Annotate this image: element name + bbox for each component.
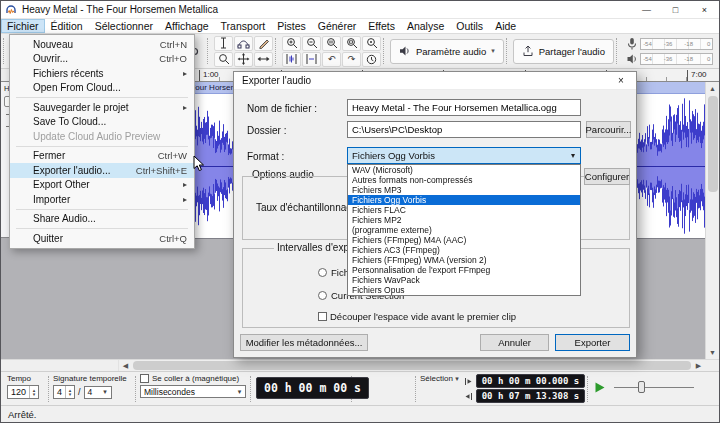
edit-metadata-button[interactable]: Modifier les métadonnées...	[240, 334, 368, 351]
filename-input[interactable]	[347, 99, 581, 116]
menu-effets[interactable]: Effets	[362, 19, 401, 33]
scroll-down-icon[interactable]: ▼	[706, 346, 719, 359]
format-combobox[interactable]: Fichiers Ogg Vorbis ▾	[347, 147, 581, 164]
spin-down-icon[interactable]: ▾	[69, 392, 72, 397]
timesig-lower-combo[interactable]: 4 ▾	[84, 386, 112, 399]
menu-item-fermer[interactable]: FermerCtrl+W	[10, 149, 194, 164]
format-option[interactable]: Fichiers MP2	[348, 215, 580, 225]
menu-item-fichiers-recents[interactable]: Fichiers récents▸	[10, 66, 194, 81]
radio-icon[interactable]	[318, 291, 327, 300]
multi-tool-button[interactable]	[234, 52, 253, 67]
menu-item-exporter-audio[interactable]: Exporter l'audio...Ctrl+Shift+E	[10, 163, 194, 178]
format-option[interactable]: WAV (Microsoft)	[348, 165, 580, 175]
toolbar-grip[interactable]	[207, 38, 212, 64]
timesig-upper-value[interactable]: 4	[54, 387, 65, 397]
vertical-scrollbar[interactable]: ▲ ▼	[705, 82, 719, 359]
timesig-upper-spinner[interactable]: 4 ▴ ▾	[53, 385, 75, 399]
menu-item-importer[interactable]: Importer▸	[10, 192, 194, 207]
selection-end-display[interactable]: 00 h 07 m 13.308 s	[476, 389, 586, 403]
horizontal-scroll-track[interactable]	[132, 360, 692, 371]
format-option[interactable]: Fichiers Ogg Vorbis	[348, 195, 580, 205]
playback-meter[interactable]: -54 -36 -18 0	[627, 52, 713, 65]
format-option[interactable]: Personnalisation de l'export FFmpeg	[348, 265, 580, 275]
zoom-tool-button[interactable]	[214, 52, 233, 67]
horizontal-scrollbar[interactable]: ◀ ▶	[1, 359, 719, 371]
toolbar-grip[interactable]	[506, 38, 511, 64]
snap-mode-combo[interactable]: Millisecondes ▾	[140, 385, 246, 398]
format-option[interactable]: Fichiers AC3 (FFmpeg)	[348, 245, 580, 255]
toolbar-grip[interactable]	[587, 376, 588, 402]
menu-item-share-audio[interactable]: Share Audio...	[10, 212, 194, 227]
scroll-left-icon[interactable]: ◀	[119, 360, 132, 371]
menu-item-nouveau[interactable]: NouveauCtrl+N	[10, 37, 194, 52]
folder-input[interactable]	[347, 121, 581, 138]
menu-item-sauvegarder-le-projet[interactable]: Sauvegarder le projet▸	[10, 100, 194, 115]
maximize-icon[interactable]: □	[661, 1, 690, 18]
undo-button[interactable]: ↶	[322, 52, 341, 67]
trim-blank-space-checkbox-row[interactable]: Découper l'espace vide avant le premier …	[318, 311, 516, 322]
play-speed-slider[interactable]	[612, 380, 696, 394]
menu-item-quitter[interactable]: QuitterCtrl+Q	[10, 231, 194, 246]
zoom-selection-button[interactable]	[322, 36, 341, 51]
menu-aide[interactable]: Aide	[489, 19, 522, 33]
toolbar-grip[interactable]	[135, 376, 136, 402]
dialog-close-icon[interactable]: ×	[606, 72, 636, 89]
menu-item-ouvrir[interactable]: Ouvrir...Ctrl+O	[10, 52, 194, 67]
play-at-speed-icon[interactable]	[593, 381, 606, 394]
share-audio-button[interactable]: Partager l'audio	[513, 39, 614, 64]
menu-item-export-other[interactable]: Export Other▸	[10, 178, 194, 193]
zoom-fit-button[interactable]	[342, 36, 361, 51]
selection-start-display[interactable]: 00 h 00 m 00.000 s	[476, 374, 586, 388]
configure-button[interactable]: Configurer	[584, 168, 630, 185]
spin-down-icon[interactable]: ▾	[33, 392, 36, 397]
slider-thumb[interactable]	[638, 381, 645, 393]
format-option[interactable]: Autres formats non-compressés	[348, 175, 580, 185]
checkbox-icon[interactable]	[318, 312, 327, 321]
format-option[interactable]: Fichiers MP3	[348, 185, 580, 195]
recording-meter-strip[interactable]: -54 -36 -18 0	[640, 38, 713, 50]
format-option[interactable]: Fichiers (FFmpeg) M4A (AAC)	[348, 235, 580, 245]
sync-lock-button[interactable]	[362, 52, 381, 67]
timeshift-tool-button[interactable]	[254, 52, 273, 67]
close-icon[interactable]: ×	[690, 1, 719, 18]
menu-outils[interactable]: Outils	[450, 19, 489, 33]
trim-audio-button[interactable]	[282, 52, 301, 67]
format-option[interactable]: Fichiers WavPack	[348, 275, 580, 285]
scroll-right-icon[interactable]: ▶	[692, 360, 705, 371]
menu-edition[interactable]: Édition	[45, 19, 89, 33]
menu-generer[interactable]: Générer	[312, 19, 363, 33]
toolbar-grip[interactable]	[48, 376, 49, 402]
menu-transport[interactable]: Transport	[215, 19, 272, 33]
audio-setup-button[interactable]: Paramètre audio ▾	[390, 39, 504, 64]
zoom-toggle-button[interactable]	[362, 36, 381, 51]
spinner-arrows[interactable]: ▴ ▾	[29, 386, 38, 398]
vertical-scroll-thumb[interactable]	[708, 96, 718, 192]
export-button[interactable]: Exporter	[555, 334, 630, 351]
menu-item-open-from-cloud[interactable]: Open From Cloud...	[10, 81, 194, 96]
tempo-spinner[interactable]: 120 ▴ ▾	[7, 385, 39, 399]
spinner-arrows[interactable]: ▴ ▾	[65, 386, 74, 398]
redo-button[interactable]: ↷	[342, 52, 361, 67]
toolbar-grip[interactable]	[3, 38, 8, 64]
radio-icon[interactable]	[318, 268, 327, 277]
chevron-down-icon[interactable]: ▾	[455, 375, 459, 382]
playback-meter-strip[interactable]: -54 -36 -18 0	[640, 53, 713, 65]
menu-selectionner[interactable]: Sélectionner	[89, 19, 159, 33]
menu-item-save-to-cloud[interactable]: Save To Cloud...	[10, 115, 194, 130]
format-option[interactable]: (programme externe)	[348, 225, 580, 235]
envelope-tool-button[interactable]	[234, 36, 253, 51]
toolbar-grip[interactable]	[415, 376, 416, 402]
menu-analyse[interactable]: Analyse	[401, 19, 450, 33]
menu-fichier[interactable]: Fichier	[1, 19, 45, 33]
zoom-out-button[interactable]	[302, 36, 321, 51]
horizontal-scroll-thumb[interactable]	[133, 361, 691, 370]
cancel-button[interactable]: Annuler	[480, 334, 549, 351]
menu-pistes[interactable]: Pistes	[271, 19, 312, 33]
toolbar-grip[interactable]	[275, 38, 280, 64]
format-option[interactable]: Fichiers FLAC	[348, 205, 580, 215]
toolbar-grip[interactable]	[383, 38, 388, 64]
toolbar-grip[interactable]	[250, 376, 251, 402]
format-option[interactable]: Fichiers Opus	[348, 285, 580, 295]
time-display[interactable]: 00 h 00 m 00 s	[256, 377, 369, 399]
recording-meter[interactable]: -54 -36 -18 0	[627, 37, 713, 50]
